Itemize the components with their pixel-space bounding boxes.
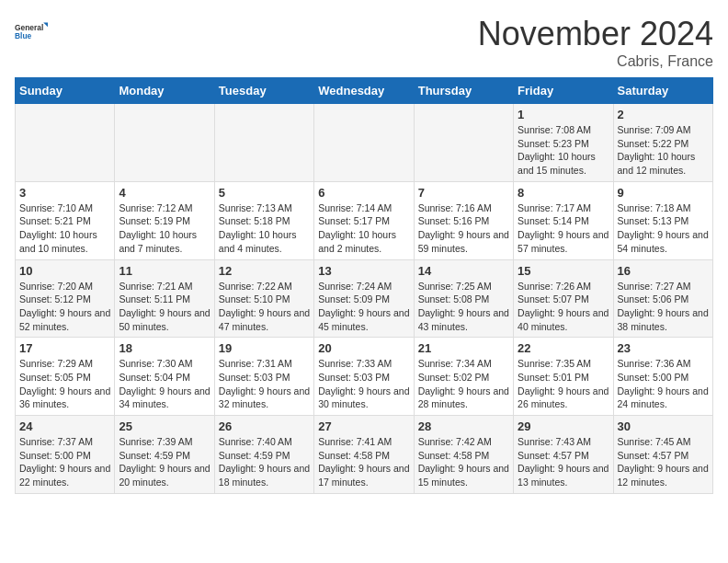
day-number: 3 (19, 186, 110, 200)
svg-text:Blue: Blue (15, 31, 32, 40)
calendar-cell: 6Sunrise: 7:14 AMSunset: 5:17 PMDaylight… (314, 181, 414, 259)
calendar-cell (414, 104, 513, 182)
day-info: Sunrise: 7:36 AMSunset: 5:00 PMDaylight:… (618, 358, 709, 409)
day-info: Sunrise: 7:29 AMSunset: 5:05 PMDaylight:… (19, 358, 110, 409)
calendar-cell: 19Sunrise: 7:31 AMSunset: 5:03 PMDayligh… (214, 338, 313, 416)
calendar-cell: 11Sunrise: 7:21 AMSunset: 5:11 PMDayligh… (115, 259, 214, 338)
day-number: 10 (19, 264, 110, 278)
day-info: Sunrise: 7:41 AMSunset: 4:58 PMDaylight:… (318, 436, 409, 488)
logo-svg: General Blue (15, 15, 48, 48)
day-number: 17 (19, 341, 110, 355)
day-info: Sunrise: 7:08 AMSunset: 5:23 PMDaylight:… (518, 124, 596, 176)
calendar-cell: 27Sunrise: 7:41 AMSunset: 4:58 PMDayligh… (314, 416, 414, 494)
day-number: 12 (219, 264, 310, 278)
day-info: Sunrise: 7:20 AMSunset: 5:12 PMDaylight:… (19, 281, 110, 332)
day-number: 13 (318, 264, 409, 278)
day-info: Sunrise: 7:14 AMSunset: 5:17 PMDaylight:… (318, 202, 396, 254)
header-cell-friday: Friday (514, 78, 613, 104)
day-info: Sunrise: 7:30 AMSunset: 5:04 PMDaylight:… (119, 358, 210, 409)
day-info: Sunrise: 7:09 AMSunset: 5:22 PMDaylight:… (618, 124, 696, 176)
day-info: Sunrise: 7:39 AMSunset: 4:59 PMDaylight:… (119, 436, 210, 488)
day-info: Sunrise: 7:17 AMSunset: 5:14 PMDaylight:… (518, 202, 609, 254)
day-number: 11 (119, 264, 210, 278)
day-number: 1 (518, 108, 609, 121)
calendar-cell: 16Sunrise: 7:27 AMSunset: 5:06 PMDayligh… (613, 259, 712, 338)
calendar-cell: 26Sunrise: 7:40 AMSunset: 4:59 PMDayligh… (214, 416, 313, 494)
week-row-3: 10Sunrise: 7:20 AMSunset: 5:12 PMDayligh… (16, 259, 713, 338)
day-number: 21 (418, 341, 509, 355)
calendar-cell (314, 104, 414, 182)
day-number: 22 (518, 341, 609, 355)
day-number: 15 (518, 264, 609, 278)
calendar-cell: 3Sunrise: 7:10 AMSunset: 5:21 PMDaylight… (16, 181, 115, 259)
day-info: Sunrise: 7:27 AMSunset: 5:06 PMDaylight:… (618, 281, 709, 332)
calendar-cell (16, 104, 115, 182)
calendar-cell: 22Sunrise: 7:35 AMSunset: 5:01 PMDayligh… (514, 338, 613, 416)
calendar-cell: 23Sunrise: 7:36 AMSunset: 5:00 PMDayligh… (613, 338, 712, 416)
header-cell-saturday: Saturday (613, 78, 712, 104)
week-row-2: 3Sunrise: 7:10 AMSunset: 5:21 PMDaylight… (16, 181, 713, 259)
day-info: Sunrise: 7:26 AMSunset: 5:07 PMDaylight:… (518, 281, 609, 332)
day-info: Sunrise: 7:13 AMSunset: 5:18 PMDaylight:… (219, 202, 297, 254)
day-info: Sunrise: 7:42 AMSunset: 4:58 PMDaylight:… (418, 436, 509, 488)
day-number: 28 (418, 419, 509, 433)
calendar-cell: 20Sunrise: 7:33 AMSunset: 5:03 PMDayligh… (314, 338, 414, 416)
header-cell-monday: Monday (115, 78, 214, 104)
calendar-cell: 29Sunrise: 7:43 AMSunset: 4:57 PMDayligh… (514, 416, 613, 494)
calendar-cell: 9Sunrise: 7:18 AMSunset: 5:13 PMDaylight… (613, 181, 712, 259)
day-number: 16 (618, 264, 709, 278)
calendar-table: SundayMondayTuesdayWednesdayThursdayFrid… (15, 77, 713, 494)
day-info: Sunrise: 7:24 AMSunset: 5:09 PMDaylight:… (318, 281, 409, 332)
day-number: 6 (318, 186, 409, 200)
calendar-cell (115, 104, 214, 182)
day-info: Sunrise: 7:16 AMSunset: 5:16 PMDaylight:… (418, 202, 509, 254)
day-number: 20 (318, 341, 409, 355)
day-number: 23 (618, 341, 709, 355)
calendar-cell: 1Sunrise: 7:08 AMSunset: 5:23 PMDaylight… (514, 104, 613, 182)
day-info: Sunrise: 7:12 AMSunset: 5:19 PMDaylight:… (119, 202, 197, 254)
day-info: Sunrise: 7:43 AMSunset: 4:57 PMDaylight:… (518, 436, 609, 488)
calendar-cell: 7Sunrise: 7:16 AMSunset: 5:16 PMDaylight… (414, 181, 513, 259)
day-number: 2 (618, 108, 709, 121)
calendar-cell: 2Sunrise: 7:09 AMSunset: 5:22 PMDaylight… (613, 104, 712, 182)
day-info: Sunrise: 7:18 AMSunset: 5:13 PMDaylight:… (618, 202, 709, 254)
calendar-cell: 10Sunrise: 7:20 AMSunset: 5:12 PMDayligh… (16, 259, 115, 338)
day-number: 26 (219, 419, 310, 433)
calendar-cell: 14Sunrise: 7:25 AMSunset: 5:08 PMDayligh… (414, 259, 513, 338)
calendar-cell: 24Sunrise: 7:37 AMSunset: 5:00 PMDayligh… (16, 416, 115, 494)
day-number: 30 (618, 419, 709, 433)
header-cell-sunday: Sunday (16, 78, 115, 104)
week-row-4: 17Sunrise: 7:29 AMSunset: 5:05 PMDayligh… (16, 338, 713, 416)
calendar-cell: 4Sunrise: 7:12 AMSunset: 5:19 PMDaylight… (115, 181, 214, 259)
day-info: Sunrise: 7:10 AMSunset: 5:21 PMDaylight:… (19, 202, 97, 254)
day-number: 29 (518, 419, 609, 433)
calendar-cell (214, 104, 313, 182)
day-info: Sunrise: 7:22 AMSunset: 5:10 PMDaylight:… (219, 281, 310, 332)
day-number: 9 (618, 186, 709, 200)
calendar-cell: 18Sunrise: 7:30 AMSunset: 5:04 PMDayligh… (115, 338, 214, 416)
header-row: SundayMondayTuesdayWednesdayThursdayFrid… (16, 78, 713, 104)
day-info: Sunrise: 7:37 AMSunset: 5:00 PMDaylight:… (19, 436, 110, 488)
page-title: November 2024 (478, 15, 713, 53)
week-row-1: 1Sunrise: 7:08 AMSunset: 5:23 PMDaylight… (16, 104, 713, 182)
day-info: Sunrise: 7:33 AMSunset: 5:03 PMDaylight:… (318, 358, 409, 409)
week-row-5: 24Sunrise: 7:37 AMSunset: 5:00 PMDayligh… (16, 416, 713, 494)
day-number: 4 (119, 186, 210, 200)
header-cell-tuesday: Tuesday (214, 78, 313, 104)
day-number: 14 (418, 264, 509, 278)
calendar-cell: 13Sunrise: 7:24 AMSunset: 5:09 PMDayligh… (314, 259, 414, 338)
title-block: November 2024 Cabris, France (478, 15, 713, 70)
day-number: 27 (318, 419, 409, 433)
day-info: Sunrise: 7:25 AMSunset: 5:08 PMDaylight:… (418, 281, 509, 332)
calendar-cell: 8Sunrise: 7:17 AMSunset: 5:14 PMDaylight… (514, 181, 613, 259)
calendar-cell: 15Sunrise: 7:26 AMSunset: 5:07 PMDayligh… (514, 259, 613, 338)
day-number: 18 (119, 341, 210, 355)
header-cell-thursday: Thursday (414, 78, 513, 104)
day-number: 8 (518, 186, 609, 200)
day-info: Sunrise: 7:35 AMSunset: 5:01 PMDaylight:… (518, 358, 609, 409)
day-number: 5 (219, 186, 310, 200)
calendar-cell: 21Sunrise: 7:34 AMSunset: 5:02 PMDayligh… (414, 338, 513, 416)
svg-marker-2 (43, 22, 48, 27)
day-info: Sunrise: 7:45 AMSunset: 4:57 PMDaylight:… (618, 436, 709, 488)
calendar-cell: 28Sunrise: 7:42 AMSunset: 4:58 PMDayligh… (414, 416, 513, 494)
